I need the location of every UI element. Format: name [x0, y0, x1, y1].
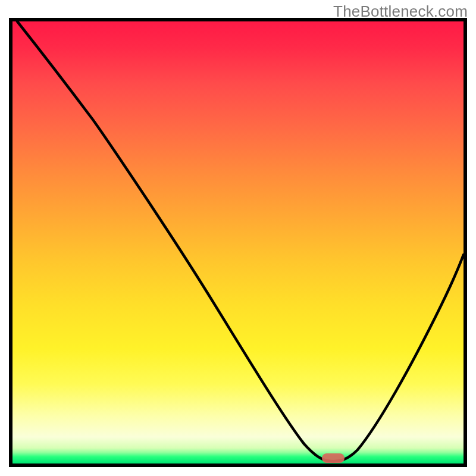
bottleneck-curve — [17, 21, 464, 461]
plot-area — [9, 18, 467, 467]
optimal-point-marker — [322, 453, 345, 463]
curve-layer — [12, 21, 464, 464]
chart-frame: TheBottleneck.com — [0, 0, 476, 476]
